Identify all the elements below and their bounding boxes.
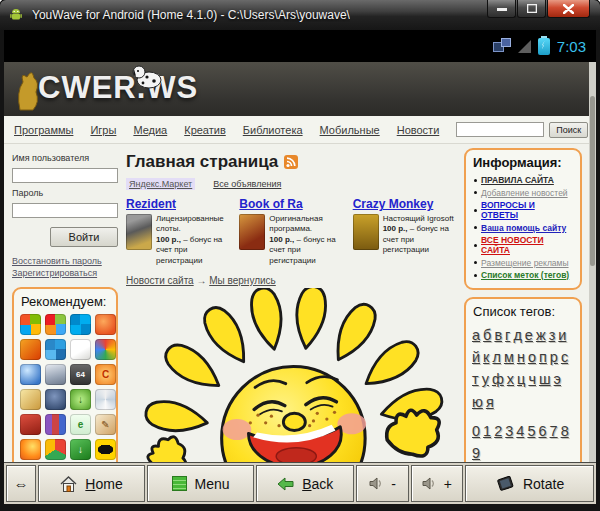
tag-link[interactable]: д — [513, 325, 521, 345]
windows-8-icon[interactable] — [70, 314, 91, 335]
tag-link[interactable]: р — [550, 347, 558, 367]
disc-burner-icon[interactable] — [95, 389, 116, 410]
nav-link[interactable]: Медиа — [133, 124, 167, 136]
tag-link[interactable]: е — [525, 325, 533, 345]
tag-link[interactable]: 4 — [516, 421, 524, 441]
batman-icon[interactable] — [95, 439, 116, 460]
rotate-button[interactable]: Rotate — [465, 465, 594, 502]
tag-link[interactable]: 7 — [550, 421, 558, 441]
internet-globe-icon[interactable] — [20, 364, 41, 385]
menu-button[interactable]: Menu — [147, 465, 254, 502]
tag-link[interactable]: м — [504, 347, 514, 367]
tag-link[interactable]: б — [483, 325, 491, 345]
login-button[interactable]: Войти — [50, 227, 118, 247]
backup-floppy-icon[interactable] — [20, 414, 41, 435]
tag-link[interactable]: з — [549, 325, 556, 345]
tag-link[interactable]: о — [528, 347, 536, 367]
windows-7-icon[interactable] — [20, 314, 41, 335]
nav-link[interactable]: Новости — [397, 124, 440, 136]
breadcrumb-page-link[interactable]: Мы вернулись — [209, 275, 276, 286]
defender-shield-icon[interactable] — [45, 364, 66, 385]
tag-link[interactable]: 3 — [505, 421, 513, 441]
ad-title-link[interactable]: Crazy Monkey — [353, 197, 434, 211]
window-titlebar[interactable]: YouWave for Android (Home 4.1.0) - C:\Us… — [0, 0, 600, 30]
tag-link[interactable]: й — [472, 347, 480, 367]
ad-title-link[interactable]: Book of Ra — [239, 197, 302, 211]
tag-link[interactable]: ю — [472, 392, 483, 412]
tag-link[interactable]: н — [517, 347, 525, 367]
tag-link[interactable]: ч — [528, 369, 536, 389]
tag-link[interactable]: 8 — [561, 421, 569, 441]
tag-link[interactable]: ц — [517, 369, 525, 389]
tag-link[interactable]: в — [494, 325, 502, 345]
tag-link[interactable]: 6 — [538, 421, 546, 441]
username-field[interactable] — [12, 168, 118, 183]
winrar-books-icon[interactable] — [45, 414, 66, 435]
scrollbar-thumb[interactable] — [590, 96, 595, 266]
tag-link[interactable]: 1 — [483, 421, 491, 441]
ad-image[interactable] — [239, 214, 265, 250]
sixty-four-bit-icon[interactable]: 64 — [70, 364, 91, 385]
password-field[interactable] — [12, 203, 118, 218]
tag-link[interactable]: л — [492, 347, 500, 367]
info-link[interactable]: ВОПРОСЫ И ОТВЕТЫ — [481, 200, 574, 220]
tag-link[interactable]: у — [482, 369, 489, 389]
nav-link[interactable]: Библиотека — [243, 124, 303, 136]
license-key-icon[interactable] — [20, 389, 41, 410]
info-link[interactable]: Список меток (тегов) — [481, 270, 569, 280]
minimize-button[interactable] — [487, 0, 516, 18]
download-master-icon[interactable]: ↓ — [70, 389, 91, 410]
close-button[interactable] — [547, 0, 590, 18]
tag-link[interactable]: с — [561, 347, 568, 367]
breadcrumb-section-link[interactable]: Новости сайта — [126, 275, 194, 286]
nav-link[interactable]: Креатив — [184, 124, 226, 136]
site-logo[interactable]: CWER.WS — [38, 70, 198, 106]
tag-link[interactable]: 9 — [472, 443, 480, 462]
tag-link[interactable]: я — [486, 392, 494, 412]
tag-link[interactable]: ф — [492, 369, 504, 389]
info-link[interactable]: Добавление новостей — [481, 188, 568, 198]
tag-link[interactable]: х — [507, 369, 514, 389]
info-link[interactable]: Ваша помощь сайту — [481, 223, 566, 233]
nav-link[interactable]: Программы — [14, 124, 73, 136]
all-ads-link[interactable]: Все объявления — [213, 179, 281, 189]
home-button[interactable]: Home — [38, 465, 145, 502]
recover-password-link[interactable]: Восстановить пароль — [12, 256, 118, 266]
tag-link[interactable]: а — [472, 325, 480, 345]
search-button[interactable]: Поиск — [549, 122, 588, 138]
search-input[interactable] — [456, 122, 544, 137]
ad-image[interactable] — [126, 214, 152, 250]
editor-pencil-icon[interactable]: ✎ — [95, 414, 116, 435]
windows-live-icon[interactable] — [45, 314, 66, 335]
info-link[interactable]: ВСЕ НОВОСТИ САЙТА — [481, 235, 574, 255]
maximize-button[interactable] — [517, 0, 546, 18]
tag-link[interactable]: г — [505, 325, 510, 345]
ad-title-link[interactable]: Rezident — [126, 197, 176, 211]
volume-down-button[interactable]: - — [356, 465, 408, 502]
emule-e-icon[interactable]: e — [70, 414, 91, 435]
codec-c-icon[interactable]: C — [95, 364, 116, 385]
tag-link[interactable]: т — [472, 369, 479, 389]
firefox-icon[interactable] — [20, 439, 41, 460]
tag-link[interactable]: 2 — [494, 421, 502, 441]
ad-image[interactable] — [353, 214, 379, 250]
resize-handle-button[interactable]: ⇔ — [6, 465, 36, 502]
site-banner[interactable]: CWER.WS — [4, 62, 596, 116]
color-wheel-browser-icon[interactable] — [95, 339, 116, 360]
tag-link[interactable]: ш — [539, 369, 551, 389]
tag-link[interactable]: и — [558, 325, 566, 345]
volume-up-button[interactable]: + — [411, 465, 463, 502]
ubuntu-icon[interactable] — [95, 314, 116, 335]
yandex-market-link[interactable]: Яндекс.Маркет — [126, 178, 195, 190]
ms-office-icon[interactable] — [20, 339, 41, 360]
tag-link[interactable]: 0 — [472, 421, 480, 441]
info-link[interactable]: Размещение рекламы — [481, 258, 569, 268]
libreoffice-document-icon[interactable] — [70, 339, 91, 360]
info-link[interactable]: ПРАВИЛА САЙТА — [481, 175, 554, 185]
back-button[interactable]: Back — [256, 465, 354, 502]
tag-link[interactable]: к — [483, 347, 489, 367]
tag-link[interactable]: э — [554, 369, 561, 389]
network-tools-icon[interactable] — [45, 389, 66, 410]
register-link[interactable]: Зарегистрироваться — [12, 268, 118, 278]
idm-arrow-icon[interactable]: ↓ — [70, 439, 91, 460]
